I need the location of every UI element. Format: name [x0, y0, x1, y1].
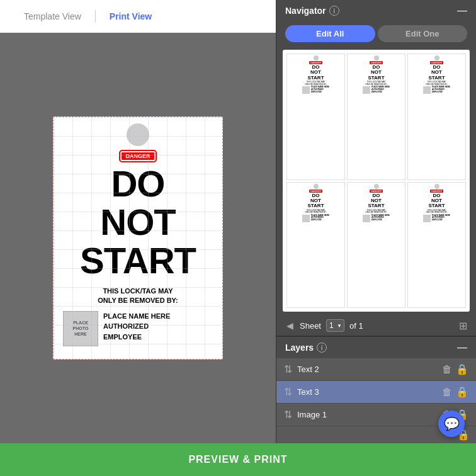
navigator-minimize-btn[interactable]: — — [457, 5, 467, 16]
photo-placeholder: PLACEPHOTOHERE — [63, 311, 98, 346]
layer-actions-text2: 🗑 🔒 — [442, 363, 468, 375]
mini-bottom-4: PLACE NAME HEREAUTHORIZEDEMPLOYEE — [288, 215, 343, 222]
mini-main-5: DONOTSTART — [368, 193, 384, 209]
preview-print-btn[interactable]: PREVIEW & PRINT — [188, 454, 287, 465]
main-area: Template View Print View DANGER DO NOT S… — [0, 0, 476, 443]
sheet-label: Sheet — [300, 321, 321, 331]
tag-line3: START — [80, 242, 196, 280]
template-view-btn[interactable]: Template View — [13, 8, 93, 25]
mini-photo-1 — [302, 86, 310, 94]
chat-btn-container: 💬 — [438, 411, 465, 437]
mini-photo-2 — [363, 86, 370, 94]
mini-main-6: DONOTSTART — [428, 193, 445, 209]
mini-photo-3 — [423, 86, 431, 94]
print-view-btn[interactable]: Print View — [98, 8, 163, 25]
tag-hole — [127, 123, 149, 146]
layer-move-icon-text3[interactable]: ⇅ — [284, 386, 292, 398]
layers-header: Layers i — — [276, 337, 476, 358]
edit-one-btn[interactable]: Edit One — [378, 25, 468, 42]
layer-lock-text3[interactable]: 🔒 — [456, 386, 468, 398]
mini-auth-4: PLACE NAME HEREAUTHORIZEDEMPLOYEE — [311, 215, 329, 222]
chat-floating-btn[interactable]: 💬 — [438, 411, 465, 437]
mini-tag-5[interactable]: DANGER DONOTSTART THIS LOCK/TAG MAYONLY … — [347, 182, 405, 309]
mini-bottom-1: PLACE NAME HEREAUTHORIZEDEMPLOYEE — [288, 86, 343, 94]
mini-sub-3: THIS LOCK/TAG MAYONLY BE REMOVED BY: — [426, 81, 447, 86]
mini-main-1: DONOTSTART — [307, 65, 324, 81]
mini-photo-6 — [423, 215, 431, 222]
auth-line1: AUTHORIZED — [103, 321, 170, 332]
mini-hole-5 — [374, 184, 379, 189]
danger-badge: DANGER — [120, 151, 155, 161]
mini-tag-3[interactable]: DANGER DONOTSTART THIS LOCK/TAG MAYONLY … — [407, 54, 466, 180]
sheet-select[interactable]: 1 — [326, 319, 344, 332]
mini-photo-5 — [363, 215, 370, 222]
navigator-title: Navigator i — [285, 6, 339, 16]
mini-bottom-3: PLACE NAME HEREAUTHORIZEDEMPLOYEE — [409, 86, 464, 94]
mini-main-2: DONOTSTART — [368, 65, 384, 81]
authorized-text-block: PLACE NAME HERE AUTHORIZED EMPLOYEE — [103, 311, 170, 343]
auth-line2: EMPLOYEE — [103, 332, 170, 343]
tag-line2: NOT — [80, 203, 196, 242]
edit-all-btn[interactable]: Edit All — [285, 25, 375, 42]
print-preview-area: DANGER DONOTSTART THIS LOCK/TAG MAYONLY … — [283, 50, 470, 312]
mini-bottom-5: PLACE NAME HEREAUTHORIZEDEMPLOYEE — [349, 215, 404, 222]
layer-delete-text3[interactable]: 🗑 — [442, 387, 452, 398]
view-divider — [95, 10, 96, 23]
layer-label-text2: Text 2 — [297, 365, 437, 374]
tag-sub-text: THIS LOCK/TAG MAY ONLY BE REMOVED BY: — [98, 286, 178, 306]
mini-sub-1: THIS LOCK/TAG MAYONLY BE REMOVED BY: — [305, 81, 326, 86]
tag-card: DANGER DO NOT START THIS LOCK/TAG MAY ON… — [53, 116, 223, 359]
left-panel: Template View Print View DANGER DO NOT S… — [0, 0, 276, 443]
mini-sub-6: THIS LOCK/TAG MAYONLY BE REMOVED BY: — [426, 210, 447, 214]
layer-move-icon-text2[interactable]: ⇅ — [284, 363, 292, 375]
mini-auth-3: PLACE NAME HEREAUTHORIZEDEMPLOYEE — [432, 86, 450, 94]
mini-danger-4: DANGER — [309, 190, 322, 193]
layer-label-image1: Image 1 — [297, 410, 437, 419]
layer-label-text3: Text 3 — [297, 387, 437, 397]
navigator-title-text: Navigator — [285, 6, 326, 16]
view-toggle: Template View Print View — [0, 0, 276, 33]
layers-minimize-btn[interactable]: — — [457, 342, 467, 353]
mini-hole-2 — [374, 55, 379, 60]
mini-tag-2[interactable]: DANGER DONOTSTART THIS LOCK/TAG MAYONLY … — [347, 54, 405, 180]
navigator-info-icon[interactable]: i — [329, 6, 339, 16]
mini-auth-1: PLACE NAME HEREAUTHORIZEDEMPLOYEE — [311, 86, 329, 94]
layer-item-text3: ⇅ Text 3 🗑 🔒 — [276, 381, 476, 404]
sheet-prev-arrow[interactable]: ◀ — [285, 318, 295, 333]
tag-main-text: DO NOT START — [80, 165, 196, 280]
bottom-bar: PREVIEW & PRINT — [0, 443, 476, 476]
layers-title: Layers i — [285, 343, 327, 353]
layer-item-text2: ⇅ Text 2 🗑 🔒 — [276, 358, 476, 381]
mini-sub-2: THIS LOCK/TAG MAYONLY BE REMOVED BY: — [365, 81, 387, 86]
tag-sub-line1: THIS LOCK/TAG MAY — [98, 286, 178, 296]
mini-tag-4[interactable]: DANGER DONOTSTART THIS LOCK/TAG MAYONLY … — [286, 182, 345, 309]
edit-toggle: Edit All Edit One — [276, 21, 476, 46]
sheet-icon[interactable]: ⊞ — [459, 320, 467, 332]
layer-lock-text2[interactable]: 🔒 — [456, 363, 468, 375]
mini-auth-5: PLACE NAME HEREAUTHORIZEDEMPLOYEE — [371, 215, 390, 222]
tag-sub-line2: ONLY BE REMOVED BY: — [98, 296, 178, 305]
sheet-of-text: of 1 — [349, 321, 363, 331]
mini-bottom-6: PLACE NAME HEREAUTHORIZEDEMPLOYEE — [409, 215, 464, 222]
mini-tag-1[interactable]: DANGER DONOTSTART THIS LOCK/TAG MAYONLY … — [286, 54, 345, 180]
mini-hole-3 — [434, 55, 439, 60]
mini-main-4: DONOTSTART — [307, 193, 324, 209]
layer-move-icon-image1[interactable]: ⇅ — [284, 409, 292, 421]
mini-sub-4: THIS LOCK/TAG MAYONLY BE REMOVED BY: — [305, 210, 326, 214]
mini-main-3: DONOTSTART — [428, 65, 445, 81]
mini-danger-5: DANGER — [370, 190, 383, 193]
mini-photo-4 — [302, 215, 310, 222]
mini-hole-4 — [314, 184, 319, 189]
layer-delete-text2[interactable]: 🗑 — [442, 364, 452, 375]
sheet-bar: ◀ Sheet 1 of 1 ⊞ — [276, 315, 476, 336]
mini-tag-6[interactable]: DANGER DONOTSTART THIS LOCK/TAG MAYONLY … — [407, 182, 466, 309]
mini-hole-1 — [314, 55, 319, 60]
layers-title-text: Layers — [285, 343, 314, 353]
layer-actions-text3: 🗑 🔒 — [442, 386, 468, 398]
canvas-area: DANGER DO NOT START THIS LOCK/TAG MAY ON… — [0, 33, 276, 443]
layers-info-icon[interactable]: i — [317, 343, 327, 353]
sheet-select-wrapper: 1 — [326, 319, 344, 332]
place-name-text: PLACE NAME HERE — [103, 311, 170, 322]
mini-danger-6: DANGER — [430, 190, 443, 193]
mini-auth-2: PLACE NAME HEREAUTHORIZEDEMPLOYEE — [371, 86, 390, 94]
